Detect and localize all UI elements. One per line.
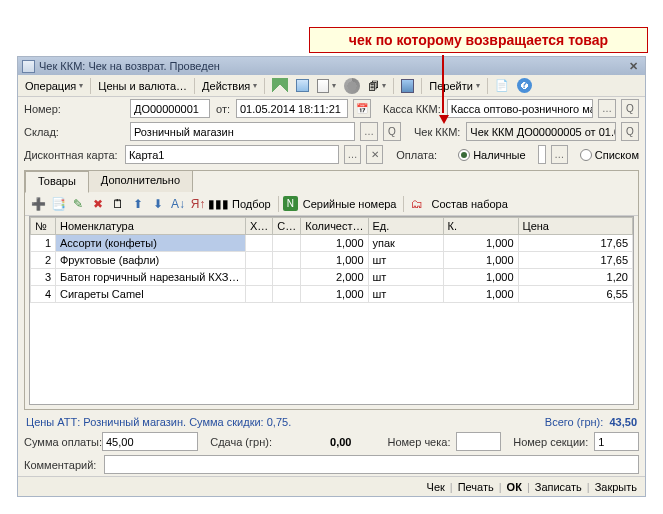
date-field[interactable]: 01.05.2014 18:11:21 [236, 99, 348, 118]
sort-asc-icon[interactable]: A↓ [169, 195, 187, 213]
grid-toolbar: ➕ 📑 ✎ ✖ 🗒 ⬆ ⬇ A↓ Я↑ ▮▮▮ Подбор N Серийны… [25, 192, 638, 216]
operation-dropdown[interactable]: Операция [22, 79, 86, 93]
tb-doc-icon[interactable] [314, 78, 339, 94]
grid[interactable]: № Номенклатура Х… С… Количест… Ед. К. Це… [29, 216, 634, 405]
main-toolbar: Операция Цены и валюта… Действия 🗐 Перей… [18, 75, 645, 97]
table-row[interactable]: 3Батон горчичный нарезаный КХЗ…2,000шт1,… [31, 269, 633, 286]
pay-list-radio[interactable]: Списком [580, 149, 639, 161]
sklad-open[interactable]: Q [383, 122, 401, 141]
tab-extra[interactable]: Дополнительно [88, 170, 193, 192]
pay-extra-field[interactable] [538, 145, 546, 164]
number-field[interactable]: ДО00000001 [130, 99, 210, 118]
prices-button[interactable]: Цены и валюта… [95, 79, 190, 93]
move-down-icon[interactable]: ⬇ [149, 195, 167, 213]
clear-icon[interactable]: 🗒 [109, 195, 127, 213]
sklad-select[interactable]: … [360, 122, 378, 141]
add-copy-icon[interactable]: 📑 [49, 195, 67, 213]
edit-row-icon[interactable]: ✎ [69, 195, 87, 213]
callout-arrow-icon [439, 115, 449, 124]
disc-card-field[interactable]: Карта1 [125, 145, 339, 164]
tb-action-icon[interactable] [341, 77, 363, 95]
delete-row-icon[interactable]: ✖ [89, 195, 107, 213]
serial-icon: N [283, 196, 298, 211]
disc-card-select[interactable]: … [344, 145, 361, 164]
close-btn[interactable]: Закрыть [595, 481, 637, 493]
chek-kkm-open[interactable]: Q [621, 122, 639, 141]
number-label: Номер: [24, 103, 124, 115]
tb-report-icon[interactable] [398, 78, 417, 94]
kassa-kkm-select[interactable]: … [598, 99, 616, 118]
comment-field[interactable] [104, 455, 639, 474]
table-row[interactable]: 4Сигареты Camel1,000шт1,0006,55 [31, 286, 633, 303]
table-row[interactable]: 2Фруктовые (вафли)1,000шт1,00017,65 [31, 252, 633, 269]
total-value: 43,50 [609, 416, 637, 428]
tabs-panel: Товары Дополнительно ➕ 📑 ✎ ✖ 🗒 ⬆ ⬇ A↓ Я↑… [24, 170, 639, 410]
pay-extra-select[interactable]: … [551, 145, 568, 164]
tb-tree-icon[interactable]: 🗐 [365, 79, 389, 93]
table-row[interactable]: 1Ассорти (конфеты)1,000упак1,00017,65 [31, 235, 633, 252]
add-row-icon[interactable]: ➕ [29, 195, 47, 213]
sostav-button[interactable]: Состав набора [428, 197, 510, 211]
move-up-icon[interactable]: ⬆ [129, 195, 147, 213]
sum-oplaty-field[interactable]: 45,00 [102, 432, 198, 451]
print-button[interactable]: Печать [458, 481, 494, 493]
tb-help1-icon[interactable]: 📄 [492, 78, 512, 93]
sdacha-value: 0,00 [278, 436, 352, 448]
prices-hint: Цены АТТ: Розничный магазин. Сумма скидк… [26, 416, 291, 428]
tb-help2-icon[interactable] [514, 77, 535, 94]
serial-button[interactable]: Серийные номера [300, 197, 400, 211]
chek-button[interactable]: Чек [427, 481, 445, 493]
sostav-icon: 🗂 [408, 195, 426, 213]
sklad-field[interactable]: Розничный магазин [130, 122, 355, 141]
callout-box: чек по которому возвращается товар [309, 27, 648, 53]
kassa-kkm-open[interactable]: Q [621, 99, 639, 118]
save-button[interactable]: Записать [535, 481, 582, 493]
podbor-button[interactable]: Подбор [229, 197, 274, 211]
window-icon [22, 60, 35, 73]
pay-cash-radio[interactable]: Наличные [458, 149, 525, 161]
tab-goods[interactable]: Товары [25, 171, 89, 193]
date-calendar-button[interactable]: 📅 [353, 99, 371, 118]
tb-approved-icon[interactable] [269, 77, 291, 95]
chek-kkm-field[interactable]: Чек ККМ ДО00000005 от 01.07.2011 12… [466, 122, 616, 141]
title-bar: Чек ККМ: Чек на возврат. Проведен ✕ [18, 57, 645, 75]
kassa-kkm-field[interactable]: Касса оптово-розничного магазина [447, 99, 593, 118]
ok-button[interactable]: ОК [507, 481, 522, 493]
tb-save-icon[interactable] [293, 78, 312, 93]
sort-desc-icon[interactable]: Я↑ [189, 195, 207, 213]
nomer-sektsii-field[interactable]: 1 [594, 432, 639, 451]
goto-dropdown[interactable]: Перейти [426, 79, 483, 93]
nomer-cheka-field[interactable] [456, 432, 501, 451]
close-button[interactable]: ✕ [626, 59, 641, 74]
window-title: Чек ККМ: Чек на возврат. Проведен [39, 60, 220, 72]
actions-dropdown[interactable]: Действия [199, 79, 260, 93]
barcode-icon[interactable]: ▮▮▮ [209, 195, 227, 213]
disc-card-clear[interactable]: ✕ [366, 145, 383, 164]
command-bar: Чек | Печать | ОК | Записать | Закрыть [18, 476, 645, 496]
window: Чек ККМ: Чек на возврат. Проведен ✕ Опер… [17, 56, 646, 497]
